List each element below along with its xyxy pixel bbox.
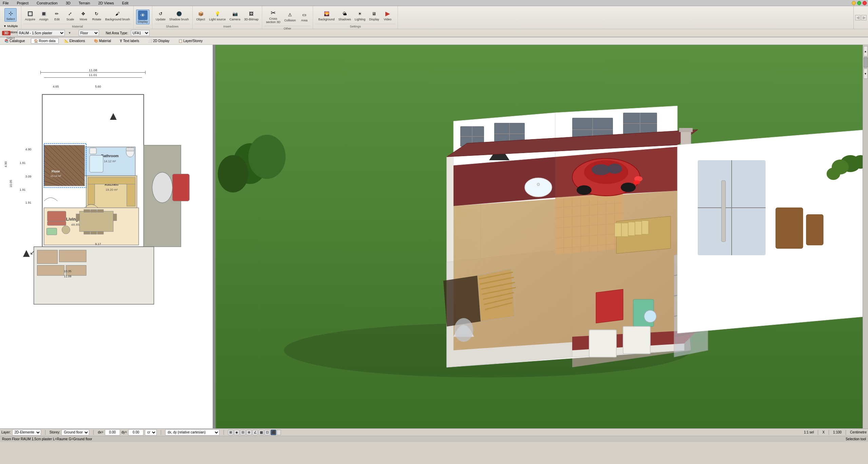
- text-labels-tab[interactable]: T Text labels: [117, 38, 142, 44]
- cross-section-button[interactable]: ✂ Crosssection 3D: [265, 8, 282, 24]
- bottom-info-bar: Room Floor RAUM 1.5cm plaster L=Raume G=…: [0, 436, 868, 442]
- svg-rect-50: [91, 231, 97, 234]
- net-area-selector[interactable]: UFA1: [131, 30, 150, 36]
- collision-button[interactable]: ⚠ Collision: [283, 10, 297, 23]
- workspace: 11.08 11.01 4.65 5.60 4.90 10.05 Living …: [0, 45, 868, 428]
- rotate-button[interactable]: ↻ Rotate: [91, 9, 103, 22]
- room-data-tab[interactable]: 🏠 Room data: [31, 38, 59, 44]
- snap-lines-button[interactable]: ⊟: [240, 430, 246, 435]
- display-button[interactable]: 👁 Display: [136, 10, 150, 24]
- menu-construction[interactable]: Construction: [35, 1, 59, 5]
- separator-handle[interactable]: [277, 430, 281, 435]
- panel-scroll-down[interactable]: ▼: [864, 69, 868, 79]
- light-source-icon: 💡: [213, 10, 221, 18]
- status-sep-4: [224, 430, 224, 435]
- angle-snap-button[interactable]: ∠: [252, 430, 258, 435]
- panel-scroll-thumb[interactable]: [864, 57, 868, 68]
- video-button[interactable]: ▶ Video: [382, 9, 394, 22]
- menu-edit[interactable]: Edit: [121, 1, 130, 5]
- status-sep-7: [846, 430, 846, 435]
- svg-text:11.08: 11.08: [89, 68, 97, 72]
- menu-2d-views[interactable]: 2D Views: [97, 1, 115, 5]
- background-button[interactable]: 🌄 Background: [317, 9, 336, 22]
- layer-storey-tab[interactable]: 📋 Layer/Storey: [175, 38, 206, 44]
- dx-input[interactable]: [105, 429, 120, 435]
- status-bar: Layer: 2D-Elemente Storey: Ground floor …: [0, 428, 868, 436]
- move-button[interactable]: ✥ Move: [77, 9, 90, 22]
- floor-selector[interactable]: Floor: [79, 30, 99, 36]
- material-tab[interactable]: 🎨 Material: [91, 38, 114, 44]
- menu-3d[interactable]: 3D: [64, 1, 72, 5]
- camera-button[interactable]: 📷 Camera: [228, 9, 242, 22]
- video-icon: ▶: [384, 10, 392, 18]
- panel-expand-btn[interactable]: ▷: [861, 15, 867, 20]
- snap-grid-button[interactable]: ⊞: [228, 430, 233, 435]
- multiple-button[interactable]: ▼ Multiple: [2, 24, 19, 29]
- view-3d-button[interactable]: 3D: [2, 31, 11, 35]
- bg-brush-button[interactable]: 🖌 Background brush: [104, 9, 131, 22]
- edit-material-icon: ✏: [53, 10, 61, 18]
- toolbar-bottom-row: 3D RAUM - 1.5cm plaster ▼ Floor Net Area…: [0, 29, 868, 37]
- main-toolbar: ⊹ Select ▼ Multiple ⊕ Options Select 🔲: [0, 6, 868, 37]
- svg-rect-46: [84, 209, 90, 212]
- grid-display-button[interactable]: ⊡: [265, 430, 270, 435]
- display-section-label: [136, 27, 150, 28]
- menu-project[interactable]: Project: [16, 1, 30, 5]
- bitmap3d-button[interactable]: 🖼 3D-Bitmap: [243, 9, 260, 22]
- measure-button[interactable]: ▦: [258, 430, 264, 435]
- acquire-button[interactable]: 🔲 Acquire: [23, 9, 37, 22]
- snap-points-button[interactable]: ◈: [234, 430, 239, 435]
- display3-button[interactable]: 🖥 Display: [368, 9, 381, 22]
- acquire-icon: 🔲: [26, 10, 34, 18]
- select-button[interactable]: ⊹ Select: [4, 8, 17, 22]
- svg-text:Bathroom: Bathroom: [101, 154, 119, 158]
- dy-input[interactable]: [128, 429, 143, 435]
- zoom-display: 1:100: [833, 430, 842, 434]
- settings-section-label: Settings: [315, 24, 396, 28]
- dy-label: dy=: [121, 430, 127, 434]
- coord-mode-selector[interactable]: dx, dy (relative cartesian): [165, 429, 219, 435]
- svg-rect-48: [97, 209, 103, 212]
- unit-selector[interactable]: cm mm m: [145, 429, 157, 435]
- window-close[interactable]: [863, 1, 867, 5]
- full-view-button[interactable]: ⬛: [271, 430, 276, 435]
- window-minimize[interactable]: [852, 1, 856, 5]
- elevations-tab[interactable]: 📐 Elevations: [61, 38, 88, 44]
- catalogue-tab[interactable]: 📚 Catalogue: [1, 38, 28, 44]
- window-maximize[interactable]: [857, 1, 861, 5]
- room-selector[interactable]: RAUM - 1.5cm plaster: [17, 30, 65, 36]
- panel-toggle-btn[interactable]: ◁: [855, 15, 861, 20]
- panel-scroll-up[interactable]: ▲: [864, 46, 868, 56]
- scale-button[interactable]: ⤢ Scale: [64, 9, 76, 22]
- menu-file[interactable]: File: [1, 1, 10, 5]
- svg-point-139: [621, 183, 636, 192]
- shadows2-button[interactable]: 🌥 Shadows: [337, 9, 352, 22]
- display3-icon: 🖥: [370, 10, 378, 18]
- insert-section-label: Insert: [195, 24, 260, 28]
- assign-button[interactable]: 🔳 Assign: [38, 9, 50, 22]
- 2d-display-tab[interactable]: ⬜ 2D Display: [145, 38, 172, 44]
- panel-3d[interactable]: ⊙: [215, 45, 868, 428]
- svg-rect-47: [91, 209, 97, 212]
- right-tools-panel: ▲ ▼: [863, 45, 868, 428]
- 2d-display-icon: ⬜: [148, 39, 152, 43]
- ortho-button[interactable]: ⊕: [246, 430, 252, 435]
- rotate-icon: ↻: [93, 10, 101, 18]
- edit-material-button[interactable]: ✏ Edit: [51, 9, 63, 22]
- panel-2d[interactable]: 11.08 11.01 4.65 5.60 4.90 10.05 Living …: [0, 45, 215, 428]
- area-button[interactable]: ▭ Area: [298, 10, 310, 23]
- menu-terrain[interactable]: Terrain: [77, 1, 92, 5]
- panel-splitter[interactable]: [213, 45, 215, 428]
- svg-point-172: [248, 135, 286, 179]
- svg-point-170: [827, 168, 840, 180]
- svg-rect-43: [79, 211, 113, 231]
- layer-selector[interactable]: 2D-Elemente: [12, 429, 41, 435]
- light-source-button[interactable]: 💡 Light source: [208, 9, 227, 22]
- svg-text:10.14 m²: 10.14 m²: [51, 174, 61, 178]
- shadow-brush-button[interactable]: 🌑 Shadow brush: [168, 9, 190, 22]
- storey-selector[interactable]: Ground floor: [61, 429, 89, 435]
- update-button[interactable]: ↺ Update: [154, 9, 167, 22]
- svg-rect-165: [623, 327, 650, 354]
- lighting-button[interactable]: ☀ Lighting: [353, 9, 367, 22]
- object-button[interactable]: 📦 Object: [195, 9, 207, 22]
